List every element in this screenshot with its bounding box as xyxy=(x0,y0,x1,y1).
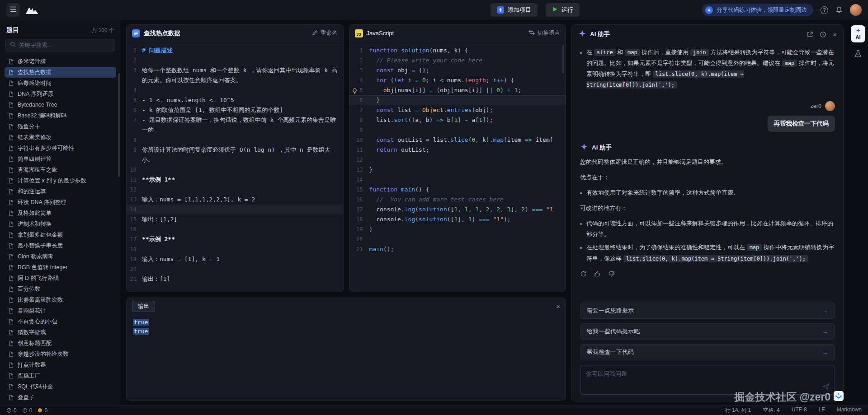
sidebar-item[interactable]: 叠盘子 xyxy=(5,392,116,403)
problem-line: 19输入：nums = [1], k = 1 xyxy=(127,254,343,264)
code-editor[interactable]: 1function solution(nums, k) {2 // Please… xyxy=(349,42,566,292)
sidebar-item-label: 阿 D 的飞行路线 xyxy=(18,275,59,282)
sidebar-item[interactable]: 暴雨梨花针 xyxy=(5,305,116,316)
sidebar-item-label: Bytedance Tree xyxy=(18,102,57,108)
editor-gutter: 11 xyxy=(349,145,369,155)
sidebar-item[interactable]: 打点计数器 xyxy=(5,359,116,370)
language-mode[interactable]: Markdown xyxy=(837,406,862,414)
sidebar-item[interactable]: Cion 勒索病毒 xyxy=(5,251,116,262)
sidebar-item[interactable]: 简单四则计算 xyxy=(5,154,116,164)
sidebar-header: 题目 共 100 个 xyxy=(5,23,116,39)
sidebar-item[interactable]: 蛋糕工厂 xyxy=(5,370,116,381)
code-line: 21main(); xyxy=(349,244,566,254)
play-icon xyxy=(552,6,558,14)
sidebar-item[interactable]: 多米诺骨牌 xyxy=(5,56,116,67)
suggestion-card[interactable]: 需要一点思路提示→ xyxy=(580,303,835,319)
eol-indicator[interactable]: LF xyxy=(819,406,825,414)
thumbs-down-icon[interactable] xyxy=(608,270,615,277)
ai-toggle-button[interactable]: AI xyxy=(851,25,865,42)
sidebar-item[interactable]: 计算位置 x 到 y 的最少步数 xyxy=(5,175,116,186)
errors-counter[interactable]: 0 xyxy=(6,407,17,414)
warnings-counter[interactable]: 0 xyxy=(22,407,33,414)
sidebar-item[interactable]: 环状 DNA 序列整理 xyxy=(5,197,116,208)
sidebar-item[interactable]: 猫鱼分干 xyxy=(5,121,116,132)
practice-tool-icon[interactable] xyxy=(854,50,862,58)
promo-label: 分享代码练习体验，领限量定制周边 xyxy=(717,6,807,14)
indent-setting[interactable]: 空格: 4 xyxy=(763,406,779,414)
language-tab[interactable]: JavaScript xyxy=(367,30,394,37)
sidebar-item[interactable]: Bytedance Tree xyxy=(5,99,116,110)
output-tab[interactable]: 输出 xyxy=(132,301,155,312)
switch-language-button[interactable]: 切换语言 xyxy=(528,29,560,37)
help-icon[interactable] xyxy=(821,6,828,14)
suggestion-card[interactable]: 帮我检查一下代码→ xyxy=(580,344,835,360)
sidebar-item[interactable]: 阿 D 的飞行路线 xyxy=(5,273,116,284)
regenerate-icon[interactable] xyxy=(580,270,587,277)
sidebar-item[interactable]: 比赛最高获胜次数 xyxy=(5,294,116,305)
add-project-button[interactable]: 添加项目 xyxy=(491,3,538,17)
sidebar-item[interactable]: 不再贪心的小包 xyxy=(5,316,116,327)
sidebar-item[interactable]: 链表聚类修改 xyxy=(5,132,116,143)
sidebar-item[interactable]: SQL 代码补全 xyxy=(5,381,116,392)
sidebar-item[interactable]: 百分位数 xyxy=(5,284,116,294)
problem-line: 7- 题目数据保证答案唯一，换句话说，数组中前 k 个高频元素的集合是唯一的 xyxy=(127,115,343,135)
problem-panel-header: 查找热点数据 重命名 xyxy=(127,25,343,42)
code-line: 11 return outList; xyxy=(349,145,566,155)
suggestion-card[interactable]: 给我一些代码提示吧→ xyxy=(580,323,835,340)
sidebar-item[interactable]: 穿越沙漠的补给次数 xyxy=(5,349,116,359)
sidebar-item[interactable]: 创意标题匹配 xyxy=(5,338,116,349)
ai-bullet-item: 在 slice 和 map 操作后，直接使用 join 方法将结果转换为字符串，… xyxy=(580,47,835,90)
assistant-name: AI 助手 xyxy=(592,144,612,152)
close-ai-icon[interactable]: × xyxy=(833,31,837,38)
cursor-position[interactable]: 行 14, 列 1 xyxy=(725,406,751,414)
close-output-icon[interactable]: × xyxy=(556,303,560,310)
sidebar-item[interactable]: RGB 色值转 Integer xyxy=(5,262,116,273)
encoding-indicator[interactable]: UTF-8 xyxy=(792,406,807,414)
sidebar-item[interactable]: 进制术和转换 xyxy=(5,219,116,229)
errors-value: 0 xyxy=(14,407,17,414)
sidebar-item[interactable]: 最小替换子串长度 xyxy=(5,240,116,251)
notices-counter[interactable]: 0 xyxy=(38,407,47,414)
menu-button[interactable] xyxy=(6,3,20,17)
send-icon[interactable] xyxy=(822,382,830,391)
document-icon xyxy=(8,135,14,140)
editor-gutter: 6 xyxy=(349,95,369,105)
problem-line-text xyxy=(142,264,338,274)
thumbs-up-icon[interactable] xyxy=(594,270,601,277)
ai-input[interactable] xyxy=(580,365,835,394)
ai-rail-label: AI xyxy=(856,34,861,40)
sidebar-item[interactable]: DNA 序列还原 xyxy=(5,89,116,99)
sidebar-item[interactable]: 和的逆运算 xyxy=(5,186,116,197)
sidebar-item[interactable]: Base32 编码和解码 xyxy=(5,110,116,121)
editor-scrollbar[interactable] xyxy=(562,45,564,74)
search-input[interactable] xyxy=(19,42,111,48)
sidebar-item[interactable]: 拿到最多红包金额 xyxy=(5,229,116,240)
ai-panel-title: AI 助手 xyxy=(590,30,610,38)
promo-badge[interactable]: 分享代码练习体验，领限量定制周边 xyxy=(702,4,813,16)
editor-gutter: 21 xyxy=(349,244,369,254)
sidebar-item[interactable]: 及格如此简单 xyxy=(5,208,116,219)
history-icon[interactable] xyxy=(820,31,826,38)
document-icon xyxy=(8,265,14,270)
document-icon xyxy=(8,156,14,162)
line-number: 20 xyxy=(356,236,363,242)
sidebar-item[interactable]: 字符串有多少种可能性 xyxy=(5,143,116,154)
suggestion-label: 需要一点思路提示 xyxy=(587,307,634,315)
sidebar-item-label: 猜数字游戏 xyxy=(18,329,46,336)
sidebar-item[interactable]: 病毒感染时间 xyxy=(5,78,116,89)
app-logo[interactable] xyxy=(25,6,39,14)
bell-icon[interactable] xyxy=(835,6,843,14)
problem-editor[interactable]: 1# 问题描述23给你一个整数数组 nums 和一个整数 k ，请你返回其中出现… xyxy=(127,42,343,292)
sidebar-item[interactable]: 查找热点数据 xyxy=(5,67,116,78)
sidebar-scrollbar[interactable] xyxy=(118,73,120,177)
sidebar-item[interactable]: 猜数字游戏 xyxy=(5,327,116,338)
problem-line-text: 你所设计算法的时间复杂度必须优于 O(n log n) ，其中 n 是数组大小。 xyxy=(142,145,338,165)
line-number: 5 xyxy=(359,87,363,93)
run-button[interactable]: 运行 xyxy=(546,3,580,17)
rename-button[interactable]: 重命名 xyxy=(312,29,338,37)
user-avatar[interactable] xyxy=(850,4,862,16)
export-icon[interactable] xyxy=(807,31,813,38)
sidebar-item[interactable]: 青海湖租车之旅 xyxy=(5,164,116,175)
problem-line-text: 输出：[1,2] xyxy=(142,214,338,224)
document-icon xyxy=(8,232,14,238)
